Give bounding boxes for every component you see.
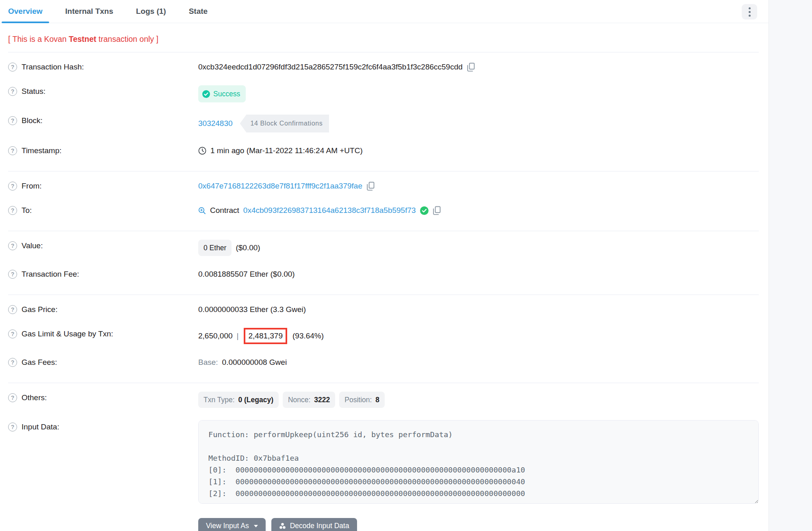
transaction-hash-label: Transaction Hash: [22, 61, 84, 73]
help-icon[interactable]: ? [8, 63, 17, 72]
gas-limit-value: 2,650,000 [198, 330, 233, 342]
transaction-fee-value: 0.0081885507 Ether ($0.00) [198, 268, 295, 280]
copy-icon[interactable] [433, 206, 441, 215]
kebab-dot [749, 15, 751, 17]
row-gas-limit-usage: ? Gas Limit & Usage by Txn: 2,650,000 | … [8, 322, 759, 350]
tab-logs[interactable]: Logs (1) [130, 0, 173, 23]
help-icon[interactable]: ? [8, 206, 17, 215]
block-label-group: ? Block: [8, 115, 198, 127]
more-options-button[interactable] [742, 4, 757, 20]
page-background-strip [769, 0, 812, 531]
help-icon[interactable]: ? [8, 146, 17, 155]
row-from: ? From: 0x647e7168122263d8e7f81f17fff9c2… [8, 174, 759, 198]
row-to: ? To: Contract 0x4cb093f226983713164a621… [8, 198, 759, 223]
gas-limit-label: Gas Limit & Usage by Txn: [22, 328, 113, 340]
testnet-warning-suffix: transaction only ] [96, 35, 158, 43]
tab-overview[interactable]: Overview [2, 0, 49, 23]
timestamp-value: 1 min ago (Mar-11-2022 11:46:24 AM +UTC) [210, 145, 363, 157]
row-others: ? Others: Txn Type: 0 (Legacy) Nonce: 32… [8, 386, 759, 414]
row-gas-fees: ? Gas Fees: Base: 0.000000008 Gwei [8, 350, 759, 375]
block-label: Block: [22, 115, 43, 127]
others-label: Others: [22, 392, 47, 404]
row-gas-price: ? Gas Price: 0.0000000033 Ether (3.3 Gwe… [8, 297, 759, 322]
gas-separator: | [237, 330, 239, 342]
gas-limit-label-group: ? Gas Limit & Usage by Txn: [8, 328, 198, 340]
from-address-link[interactable]: 0x647e7168122263d8e7f81f17fff9c2f1aa379f… [198, 180, 362, 192]
input-data-label-group: ? Input Data: [8, 421, 198, 433]
gas-used-percent: (93.64%) [292, 330, 324, 342]
help-icon[interactable]: ? [8, 305, 17, 314]
to-label-group: ? To: [8, 204, 198, 217]
to-label: To: [22, 204, 32, 217]
nonce-label: Nonce: [288, 396, 310, 404]
tab-bar: Overview Internal Txns Logs (1) State [0, 0, 769, 23]
clock-icon [198, 147, 206, 155]
magnifier-icon[interactable] [198, 207, 206, 215]
transaction-fee-label-group: ? Transaction Fee: [8, 268, 198, 280]
block-confirmations-badge: 14 Block Confirmations [240, 115, 329, 132]
transaction-detail-card: Overview Internal Txns Logs (1) State [ … [0, 0, 769, 531]
chevron-down-icon [254, 525, 258, 527]
input-data-textarea[interactable]: Function: performUpkeep(uint256 id, byte… [198, 420, 759, 504]
help-icon[interactable]: ? [8, 358, 17, 367]
view-input-as-label: View Input As [206, 522, 249, 530]
from-label-group: ? From: [8, 180, 198, 192]
status-value: Success [213, 88, 240, 100]
divider [8, 231, 759, 231]
testnet-warning: [ This is a Kovan Testnet transaction on… [8, 35, 759, 44]
to-address-link[interactable]: 0x4cb093f226983713164a62138c3f718a5b595f… [243, 204, 416, 217]
value-label-group: ? Value: [8, 240, 198, 252]
row-value: ? Value: 0 Ether ($0.00) [8, 234, 759, 262]
ether-value-badge: 0 Ether [198, 240, 232, 256]
gas-price-label-group: ? Gas Price: [8, 303, 198, 316]
gas-fees-base-value: 0.000000008 Gwei [222, 356, 287, 368]
help-icon[interactable]: ? [8, 182, 17, 191]
value-label: Value: [22, 240, 43, 252]
copy-icon[interactable] [467, 63, 475, 72]
tab-state[interactable]: State [182, 0, 214, 23]
decode-input-data-label: Decode Input Data [290, 522, 349, 530]
nonce-value: 3222 [314, 396, 330, 404]
nonce-badge: Nonce: 3222 [283, 392, 335, 408]
row-timestamp: ? Timestamp: 1 min ago (Mar-11-2022 11:4… [8, 139, 759, 163]
txn-type-label: Txn Type: [204, 396, 235, 404]
row-transaction-fee: ? Transaction Fee: 0.0081885507 Ether ($… [8, 262, 759, 286]
decode-input-data-button[interactable]: Decode Input Data [271, 518, 357, 531]
gas-fees-label: Gas Fees: [22, 356, 57, 368]
copy-icon[interactable] [366, 182, 375, 191]
help-icon[interactable]: ? [8, 87, 17, 96]
help-icon[interactable]: ? [8, 270, 17, 279]
row-block: ? Block: 30324830 14 Block Confirmations [8, 108, 759, 139]
gas-used-value: 2,481,379 [248, 332, 283, 340]
timestamp-label: Timestamp: [22, 145, 62, 157]
help-icon[interactable]: ? [8, 241, 17, 250]
divider [8, 171, 759, 171]
tab-internal-txns[interactable]: Internal Txns [59, 0, 120, 23]
transaction-fee-label: Transaction Fee: [22, 268, 79, 280]
help-icon[interactable]: ? [8, 329, 17, 338]
block-number-link[interactable]: 30324830 [198, 117, 233, 130]
help-icon[interactable]: ? [8, 393, 17, 402]
position-badge: Position: 8 [339, 392, 385, 408]
success-check-icon [202, 90, 210, 98]
gas-fees-label-group: ? Gas Fees: [8, 356, 198, 368]
view-input-as-button[interactable]: View Input As [198, 518, 266, 531]
testnet-warning-prefix: [ This is a Kovan [8, 35, 69, 43]
gas-price-label: Gas Price: [22, 303, 58, 316]
decode-icon [279, 522, 286, 529]
help-icon[interactable]: ? [8, 116, 17, 125]
position-label: Position: [344, 396, 372, 404]
kebab-dot [749, 7, 751, 9]
row-status: ? Status: Success [8, 79, 759, 108]
status-label: Status: [22, 85, 45, 98]
transaction-hash-value: 0xcb324eedcd1d07296fdf3d215a2865275f159c… [198, 61, 463, 73]
gas-used-highlight-box: 2,481,379 [244, 328, 287, 344]
usd-value: ($0.00) [236, 242, 260, 254]
from-label: From: [22, 180, 42, 192]
position-value: 8 [375, 396, 379, 404]
help-icon[interactable]: ? [8, 423, 17, 431]
to-type-label: Contract [210, 204, 239, 217]
input-data-actions: View Input As Decode Input Data [198, 518, 759, 531]
status-label-group: ? Status: [8, 85, 198, 98]
input-data-label: Input Data: [22, 421, 59, 433]
